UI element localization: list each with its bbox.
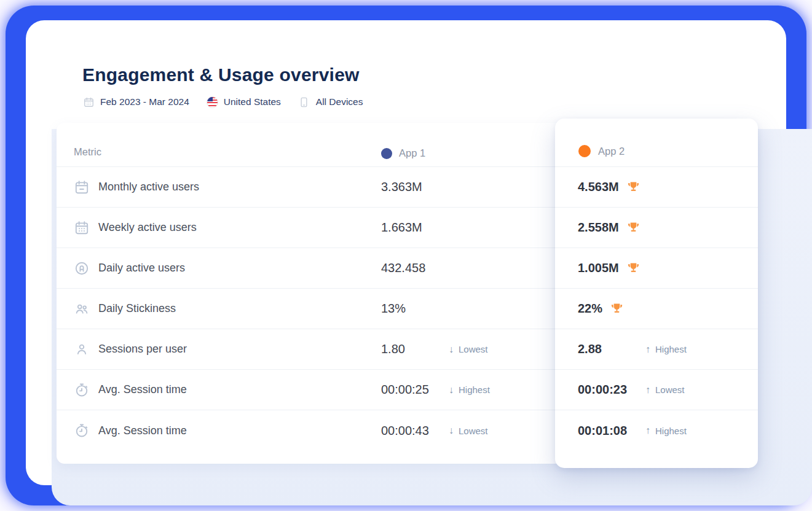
arrow-down-icon: ↓	[449, 384, 454, 396]
app2-value: 00:01:08	[578, 424, 627, 438]
user-icon	[74, 341, 90, 357]
app1-value: 1.80	[381, 342, 405, 356]
filter-bar: Feb 2023 - Mar 2024 United States All De…	[82, 96, 363, 108]
users-icon	[74, 301, 90, 317]
app2-value: 4.563M	[578, 180, 619, 194]
app1-rank-badge: ↓ Highest	[449, 384, 490, 396]
date-range-filter[interactable]: Feb 2023 - Mar 2024	[82, 96, 189, 108]
app1-rank-badge: ↓ Lowest	[449, 425, 488, 436]
rank-label: Highest	[655, 426, 687, 436]
rank-label: Highest	[459, 384, 490, 395]
arrow-down-icon: ↓	[449, 344, 454, 355]
app2-value: 22%	[578, 302, 602, 316]
app2-row: 4.563M	[555, 167, 758, 208]
app1-value: 00:00:25	[381, 383, 429, 397]
metric-label: Sessions per user	[98, 343, 187, 356]
device-icon	[298, 96, 310, 108]
metric-label: Avg. Session time	[98, 424, 187, 437]
metric-label: Daily active users	[98, 262, 185, 275]
metric-label: Avg. Session time	[98, 383, 187, 396]
device-filter[interactable]: All Devices	[298, 96, 363, 108]
app1-name: App 1	[399, 147, 425, 159]
us-flag-icon	[207, 96, 218, 108]
metric-column-header: Metric	[74, 146, 101, 158]
daily-active-icon	[74, 260, 90, 276]
rank-label: Lowest	[459, 344, 488, 354]
app2-value: 00:00:23	[578, 383, 627, 397]
arrow-up-icon: ↑	[645, 384, 650, 396]
app2-column-card: App 2 4.563M 2.558M	[555, 119, 758, 468]
app2-row: 22%	[555, 289, 758, 329]
stopwatch-icon	[74, 423, 90, 439]
app2-row: 2.558M	[555, 208, 758, 248]
metric-label: Weekly active users	[98, 221, 197, 234]
app2-rank-badge: ↑ Highest	[645, 425, 687, 436]
app1-column-header: App 1	[381, 147, 425, 159]
trophy-icon	[610, 302, 624, 316]
arrow-up-icon: ↑	[645, 425, 650, 436]
app2-value: 1.005M	[578, 261, 619, 275]
trophy-icon	[626, 261, 641, 275]
arrow-down-icon: ↓	[449, 425, 454, 436]
page-title: Engagement & Usage overview	[82, 64, 363, 85]
device-label: All Devices	[316, 96, 363, 107]
date-range-label: Feb 2023 - Mar 2024	[100, 96, 189, 107]
trophy-icon	[626, 180, 641, 194]
screenshot-stage: Engagement & Usage overview Feb	[0, 0, 812, 511]
calendar-month-icon	[74, 179, 90, 195]
app2-row: 2.88 ↑ Highest	[555, 329, 758, 370]
app1-value: 13%	[381, 302, 406, 316]
arrow-up-icon: ↑	[645, 344, 650, 355]
trophy-icon	[626, 220, 641, 235]
country-filter[interactable]: United States	[207, 96, 281, 108]
app2-name: App 2	[598, 146, 625, 157]
country-label: United States	[224, 96, 281, 107]
app2-rank-badge: ↑ Highest	[645, 344, 687, 355]
app2-row: 00:00:23 ↑ Lowest	[555, 370, 758, 410]
app2-header-row: App 2	[555, 119, 758, 167]
app2-dot-icon	[578, 145, 591, 157]
metric-label: Monthly active users	[98, 181, 199, 193]
app2-row: 1.005M	[555, 248, 758, 289]
app1-value: 00:00:43	[381, 424, 429, 438]
calendar-icon	[82, 96, 95, 108]
app1-value: 432.458	[381, 261, 425, 275]
app1-value: 3.363M	[381, 180, 422, 194]
app2-value: 2.558M	[578, 220, 619, 235]
rank-label: Lowest	[655, 384, 685, 395]
metric-label: Daily Stickiness	[98, 302, 176, 315]
rank-label: Highest	[655, 344, 687, 354]
app2-rank-badge: ↑ Lowest	[645, 384, 685, 396]
card-header: Engagement & Usage overview Feb	[82, 64, 363, 108]
app2-column-header: App 2	[578, 145, 625, 157]
rank-label: Lowest	[459, 426, 488, 436]
calendar-week-icon	[74, 220, 90, 236]
stopwatch-icon	[74, 382, 90, 398]
app1-value: 1.663M	[381, 220, 422, 235]
app2-value: 2.88	[578, 342, 602, 356]
app1-dot-icon	[381, 148, 392, 159]
app2-row: 00:01:08 ↑ Highest	[555, 410, 758, 451]
app1-rank-badge: ↓ Lowest	[449, 344, 488, 355]
